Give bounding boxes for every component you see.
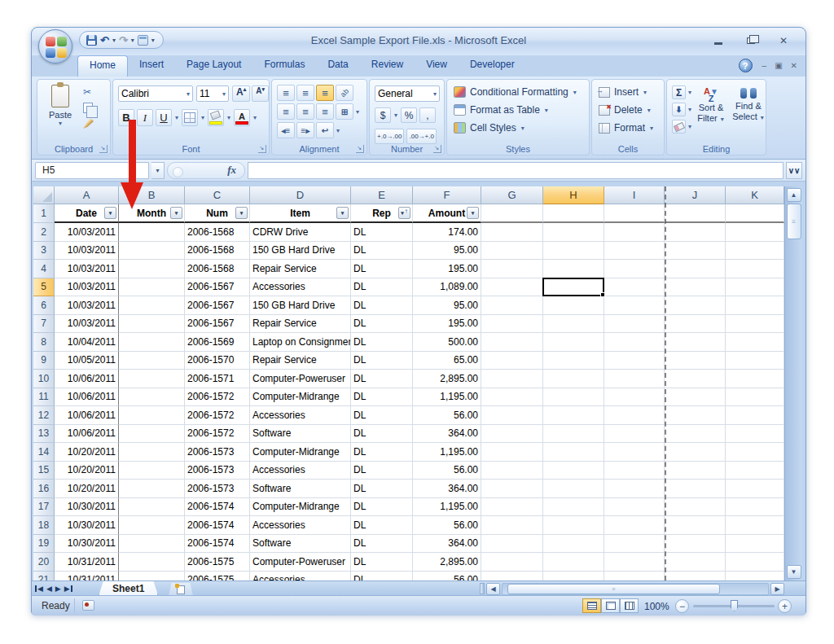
- row-header-18[interactable]: 18: [33, 516, 55, 535]
- cell-H12[interactable]: [543, 406, 604, 425]
- cell-F10[interactable]: 2,895.00: [413, 370, 481, 388]
- cell-F15[interactable]: 56.00: [413, 462, 481, 480]
- cell-K6[interactable]: [726, 296, 784, 315]
- cell-C7[interactable]: 2006-1567: [185, 315, 250, 334]
- cell-B15[interactable]: [119, 462, 185, 480]
- cell-A17[interactable]: 10/30/2011: [55, 498, 119, 517]
- vertical-scroll-thumb[interactable]: ≡: [787, 204, 801, 239]
- cell-I2[interactable]: [604, 223, 665, 242]
- cell-E5[interactable]: DL: [351, 278, 413, 297]
- cell-E4[interactable]: DL: [351, 260, 413, 278]
- row-header-19[interactable]: 19: [33, 535, 55, 554]
- cell-E10[interactable]: DL: [351, 370, 413, 388]
- cell-I6[interactable]: [604, 296, 665, 315]
- cell-I10[interactable]: [604, 370, 665, 388]
- cell-I5[interactable]: [604, 278, 665, 297]
- cell-D19[interactable]: Software: [250, 535, 351, 554]
- cell-C18[interactable]: 2006-1574: [185, 516, 250, 535]
- row-header-12[interactable]: 12: [33, 406, 55, 425]
- insert-function-button[interactable]: fx: [167, 162, 245, 179]
- cell-B16[interactable]: [119, 480, 185, 498]
- row-header-10[interactable]: 10: [33, 370, 55, 388]
- cell-G18[interactable]: [481, 516, 543, 535]
- cell-G2[interactable]: [481, 223, 543, 242]
- cell-H17[interactable]: [543, 498, 604, 517]
- cell-I16[interactable]: [604, 480, 665, 498]
- cell-G17[interactable]: [481, 498, 543, 517]
- cell-J2[interactable]: [665, 223, 726, 242]
- zoom-in-icon[interactable]: +: [778, 599, 792, 613]
- cell-H19[interactable]: [543, 535, 604, 554]
- select-all-corner[interactable]: [33, 186, 55, 204]
- tab-review[interactable]: Review: [360, 55, 415, 77]
- tab-insert[interactable]: Insert: [128, 55, 175, 77]
- cell-E9[interactable]: DL: [351, 352, 413, 370]
- cell-F6[interactable]: 95.00: [413, 296, 481, 315]
- font-dialog-launcher-icon[interactable]: [258, 145, 266, 153]
- cell-F3[interactable]: 95.00: [413, 242, 481, 261]
- align-left-button[interactable]: ≡: [277, 103, 295, 120]
- cell-F5[interactable]: 1,089.00: [413, 278, 481, 297]
- cell-F16[interactable]: 364.00: [413, 480, 481, 498]
- orientation-button[interactable]: ab: [336, 85, 353, 101]
- cell-J3[interactable]: [665, 242, 726, 261]
- cell-A8[interactable]: 10/04/2011: [55, 333, 119, 352]
- cell-A15[interactable]: 10/20/2011: [55, 462, 119, 480]
- cell-K12[interactable]: [726, 406, 784, 425]
- cell-A5[interactable]: 10/03/2011: [55, 278, 119, 297]
- autosum-icon[interactable]: Σ: [672, 85, 686, 99]
- cell-K4[interactable]: [726, 260, 784, 278]
- cell-A7[interactable]: 10/03/2011: [55, 315, 119, 334]
- decrease-decimal-button[interactable]: .00→+.0: [406, 129, 436, 144]
- cell-F9[interactable]: 65.00: [413, 352, 481, 370]
- cell-J5[interactable]: [665, 278, 726, 297]
- cell-I14[interactable]: [604, 443, 665, 462]
- row-header-5[interactable]: 5: [33, 278, 55, 297]
- cell-I13[interactable]: [604, 425, 665, 444]
- cell[interactable]: [726, 204, 784, 223]
- restore-button[interactable]: [740, 33, 762, 47]
- cell-H4[interactable]: [543, 260, 604, 278]
- cell-D3[interactable]: 150 GB Hard Drive: [250, 242, 351, 261]
- zoom-out-icon[interactable]: −: [675, 599, 689, 613]
- alignment-dialog-launcher-icon[interactable]: [356, 145, 364, 153]
- cell-B17[interactable]: [119, 498, 185, 517]
- cell-F2[interactable]: 174.00: [413, 223, 481, 242]
- underline-button[interactable]: U: [156, 109, 172, 126]
- cell-H14[interactable]: [543, 443, 604, 462]
- row-header-14[interactable]: 14: [33, 443, 55, 462]
- row-header-15[interactable]: 15: [33, 462, 55, 480]
- zoom-slider-handle[interactable]: [731, 600, 738, 611]
- cell-I3[interactable]: [604, 242, 665, 261]
- cell-A20[interactable]: 10/31/2011: [55, 553, 119, 572]
- accounting-format-button[interactable]: $: [375, 107, 391, 123]
- cell-C2[interactable]: 2006-1568: [185, 223, 250, 242]
- cell-D13[interactable]: Software: [250, 425, 351, 444]
- cell-G16[interactable]: [481, 480, 543, 498]
- header-cell-num[interactable]: Num▾: [185, 204, 250, 223]
- format-painter-icon[interactable]: [83, 118, 94, 129]
- fill-icon[interactable]: ⬇: [672, 103, 686, 116]
- cell-A16[interactable]: 10/20/2011: [55, 480, 119, 498]
- conditional-formatting-button[interactable]: Conditional Formatting▾: [454, 86, 577, 98]
- align-right-button[interactable]: ≡: [316, 103, 334, 120]
- clear-icon[interactable]: [672, 120, 686, 134]
- cell-C16[interactable]: 2006-1573: [185, 480, 250, 498]
- cell-I4[interactable]: [604, 260, 665, 278]
- wrap-dropdown-icon[interactable]: ▾: [336, 127, 340, 134]
- horizontal-scrollbar[interactable]: ◀ ≡ ▶: [480, 582, 784, 595]
- scroll-down-icon[interactable]: ▼: [787, 565, 801, 579]
- cell-G6[interactable]: [481, 296, 543, 315]
- column-header-J[interactable]: J: [665, 186, 726, 204]
- cell-G12[interactable]: [481, 406, 543, 425]
- cell-H13[interactable]: [543, 425, 604, 444]
- merge-dropdown-icon[interactable]: ▾: [355, 108, 360, 116]
- cell-D4[interactable]: Repair Service: [250, 260, 351, 278]
- row-header-9[interactable]: 9: [33, 352, 55, 370]
- cell-D18[interactable]: Accessories: [250, 516, 351, 535]
- cell-E17[interactable]: DL: [351, 498, 413, 517]
- cell-B8[interactable]: [119, 333, 185, 352]
- cell-D2[interactable]: CDRW Drive: [250, 223, 351, 242]
- clear-dropdown-icon[interactable]: ▾: [687, 123, 692, 130]
- cell-C12[interactable]: 2006-1572: [185, 406, 250, 425]
